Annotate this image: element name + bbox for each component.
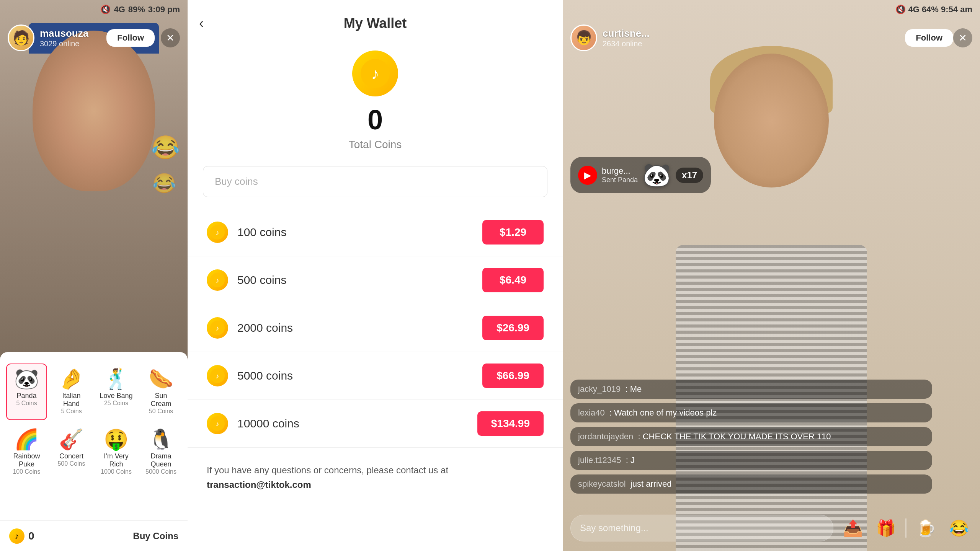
- close-button-right[interactable]: ✕: [953, 28, 972, 47]
- notification-badge: ▶ burge... Sent Panda 🐼 x17: [570, 157, 711, 193]
- beer-icon[interactable]: 🍺: [913, 515, 939, 541]
- price-button-10000[interactable]: $134.99: [477, 411, 544, 436]
- wallet-coin-section: ♪ 0 Total Coins: [188, 39, 563, 166]
- wallet-footer: If you have any questions or concerns, p…: [188, 448, 563, 508]
- coin-option-icon-5000: ♪: [207, 365, 228, 386]
- chat-text-0: : Me: [625, 384, 642, 394]
- coin-svg-500: ♪: [210, 272, 225, 288]
- tiktok-logo-svg: ♪: [360, 58, 390, 89]
- svg-text:♪: ♪: [216, 372, 219, 380]
- gift-coins-italian: 5 Coins: [61, 408, 82, 415]
- online-count-right: 2634 online: [603, 39, 905, 48]
- price-button-100[interactable]: $1.29: [482, 220, 544, 245]
- share-icon[interactable]: 📤: [840, 515, 866, 541]
- gift-name-veryrich: I'm Very Rich: [100, 452, 133, 468]
- gift-emoji-suncream: 🌭: [149, 369, 173, 389]
- top-user-bar-right: 👦 curtisne... 2634 online Follow ✕: [563, 19, 980, 57]
- svg-text:♪: ♪: [216, 420, 219, 428]
- chat-username-1: lexia40: [578, 408, 605, 417]
- buy-coins-button-left[interactable]: Buy Coins: [133, 531, 178, 541]
- gift-icon-right[interactable]: 🎁: [872, 515, 899, 541]
- coin-symbol: ♪: [15, 531, 19, 541]
- gift-item-lovebang[interactable]: 🕺 Love Bang 25 Coins: [96, 364, 137, 420]
- coin-option-icon-500: ♪: [207, 269, 228, 291]
- emoji-decoration-1: 😂: [151, 134, 180, 161]
- gift-item-rainbow[interactable]: 🌈 Rainbow Puke 100 Coins: [6, 424, 47, 481]
- buy-coins-input[interactable]: Buy coins: [203, 166, 547, 197]
- gift-name-dramaqueen: Drama Queen: [144, 452, 178, 468]
- signal-icon-left: 4G: [114, 5, 125, 15]
- coin-option-amount-5000: 5000 coins: [237, 369, 482, 382]
- price-button-5000[interactable]: $66.99: [482, 364, 544, 388]
- price-button-2000[interactable]: $26.99: [482, 316, 544, 340]
- chat-msg-1: lexia40 : Watch one of my videos plz: [570, 403, 932, 422]
- online-count-left: 3029 online: [40, 39, 106, 48]
- gift-name-concert: Concert: [59, 452, 83, 460]
- chat-msg-2: jordantojayden : CHECK THE TIK TOK YOU M…: [570, 427, 932, 446]
- chat-msg-4: spikeycatslol just arrived: [570, 474, 932, 494]
- gift-item-dramaqueen[interactable]: 🐧 Drama Queen 5000 Coins: [140, 424, 181, 481]
- gift-coins-suncream: 50 Coins: [149, 408, 173, 415]
- coin-svg-100: ♪: [210, 225, 225, 240]
- coin-icon-small: ♪: [9, 528, 24, 544]
- avatar-face-left: 🧑: [13, 30, 30, 46]
- gift-item-panda[interactable]: 🐼 Panda 5 Coins: [6, 364, 47, 420]
- follow-button-right[interactable]: Follow: [905, 29, 953, 47]
- time-left: 3:09 pm: [148, 5, 180, 15]
- emoji-decoration-2: 😂: [152, 172, 176, 194]
- wallet-title: My Wallet: [344, 15, 407, 31]
- gift-emoji-italian: 🤌: [59, 369, 84, 389]
- coin-option-icon-10000: ♪: [207, 413, 228, 434]
- gift-emoji-concert: 🎸: [59, 429, 84, 449]
- coin-option-icon-2000: ♪: [207, 317, 228, 339]
- svg-text:♪: ♪: [371, 65, 379, 83]
- mute-icon-left: 🔇: [100, 5, 111, 15]
- tiktok-coin-icon: ♪: [352, 51, 398, 96]
- notif-info: burge... Sent Panda: [602, 166, 638, 184]
- gift-coins-dramaqueen: 5000 Coins: [145, 468, 176, 475]
- battery-left: 89%: [128, 5, 145, 15]
- chat-text-3: : J: [626, 455, 635, 465]
- gift-name-lovebang: Love Bang: [100, 392, 132, 400]
- price-button-500[interactable]: $6.49: [482, 268, 544, 292]
- chat-username-3: julie.t12345: [578, 455, 621, 465]
- coin-svg-5000: ♪: [210, 368, 225, 383]
- notif-sub: Sent Panda: [602, 176, 638, 184]
- wallet-panel: ‹ My Wallet ♪ 0 Total Coins Buy coins ♪ …: [188, 0, 563, 551]
- bottom-bar-right: Say something... 📤 🎁 🍺 😂: [563, 505, 980, 551]
- signal-icon-right: 4G: [908, 5, 919, 15]
- gift-item-concert[interactable]: 🎸 Concert 500 Coins: [51, 424, 92, 481]
- gift-item-suncream[interactable]: 🌭 Sun Cream 50 Coins: [140, 364, 181, 420]
- comment-input[interactable]: Say something...: [570, 515, 833, 541]
- close-button-left[interactable]: ✕: [161, 28, 180, 47]
- gift-grid: 🐼 Panda 5 Coins 🤌 Italian Hand 5 Coins 🕺…: [0, 360, 188, 484]
- total-coins-label: Total Coins: [349, 139, 402, 151]
- svg-text:♪: ♪: [216, 277, 219, 284]
- coin-option-amount-10000: 10000 coins: [237, 417, 477, 430]
- avatar-left: 🧑: [8, 24, 34, 51]
- gift-item-veryrich[interactable]: 🤑 I'm Very Rich 1000 Coins: [96, 424, 137, 481]
- time-right: 9:54 am: [941, 5, 972, 15]
- status-icons-left: 🔇 4G 89% 3:09 pm: [100, 5, 180, 15]
- panda-emoji-badge: 🐼: [642, 161, 671, 189]
- chat-text-4: just arrived: [630, 479, 672, 489]
- gift-name-rainbow: Rainbow Puke: [10, 452, 43, 468]
- coin-option-5000: ♪ 5000 coins $66.99: [188, 352, 563, 400]
- gift-item-italian[interactable]: 🤌 Italian Hand 5 Coins: [51, 364, 92, 420]
- back-button[interactable]: ‹: [199, 15, 204, 31]
- gift-name-panda: Panda: [16, 392, 36, 400]
- chat-text-2: : CHECK THE TIK TOK YOU MADE ITS OVER 11…: [638, 432, 831, 441]
- chat-username-0: jacky_1019: [578, 384, 621, 394]
- user-info-left: mausouza 3029 online: [40, 28, 106, 48]
- status-bar-right: 🔇 4G 64% 9:54 am: [563, 0, 980, 19]
- gift-name-italian: Italian Hand: [55, 392, 88, 408]
- chat-msg-3: julie.t12345 : J: [570, 451, 932, 470]
- laugh-icon[interactable]: 😂: [946, 515, 972, 541]
- follow-button-left[interactable]: Follow: [106, 29, 155, 47]
- wallet-footer-text: If you have any questions or concerns, p…: [207, 465, 448, 475]
- gift-emoji-panda: 🐼: [14, 369, 39, 389]
- user-info-right: curtisne... 2634 online: [603, 28, 905, 48]
- chat-msg-0: jacky_1019 : Me: [570, 380, 932, 399]
- coin-option-amount-2000: 2000 coins: [237, 321, 482, 334]
- gift-emoji-rainbow: 🌈: [14, 429, 39, 449]
